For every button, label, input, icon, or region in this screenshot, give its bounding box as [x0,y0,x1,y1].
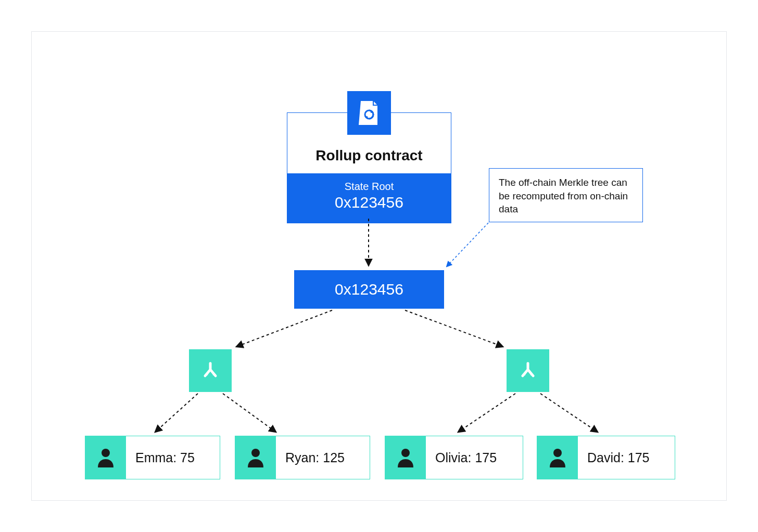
svg-point-4 [553,449,562,457]
user-icon [385,436,426,479]
merge-icon [200,360,221,381]
contract-state-root: State Root 0x123456 [287,173,451,223]
user-icon [85,436,126,479]
leaf-label: Ryan: 125 [276,436,370,479]
merkle-branch-left [189,349,232,392]
user-icon [235,436,276,479]
merkle-leaf: Olivia: 175 [385,436,523,479]
diagram-frame: Rollup contract State Root 0x123456 The … [31,31,727,501]
rollup-contract-box: Rollup contract State Root 0x123456 [287,112,451,223]
merkle-leaf: Ryan: 125 [235,436,370,479]
svg-point-3 [401,449,410,457]
leaf-label: David: 175 [578,436,675,479]
merkle-branch-right [507,349,549,392]
merkle-callout-text: The off-chain Merkle tree can be recompu… [499,177,628,214]
merkle-callout: The off-chain Merkle tree can be recompu… [489,168,643,222]
contract-file-icon [347,91,391,135]
merkle-root-node: 0x123456 [294,270,444,309]
merkle-leaf: Emma: 75 [85,436,220,479]
user-icon [537,436,578,479]
leaf-label: Emma: 75 [126,436,220,479]
merge-icon [517,360,538,381]
state-root-hash: 0x123456 [287,194,451,211]
merkle-leaf: David: 175 [537,436,675,479]
merkle-root-hash: 0x123456 [335,281,403,298]
state-root-label: State Root [287,181,451,193]
leaf-label: Olivia: 175 [426,436,523,479]
svg-point-1 [102,449,110,457]
svg-point-2 [251,449,260,457]
